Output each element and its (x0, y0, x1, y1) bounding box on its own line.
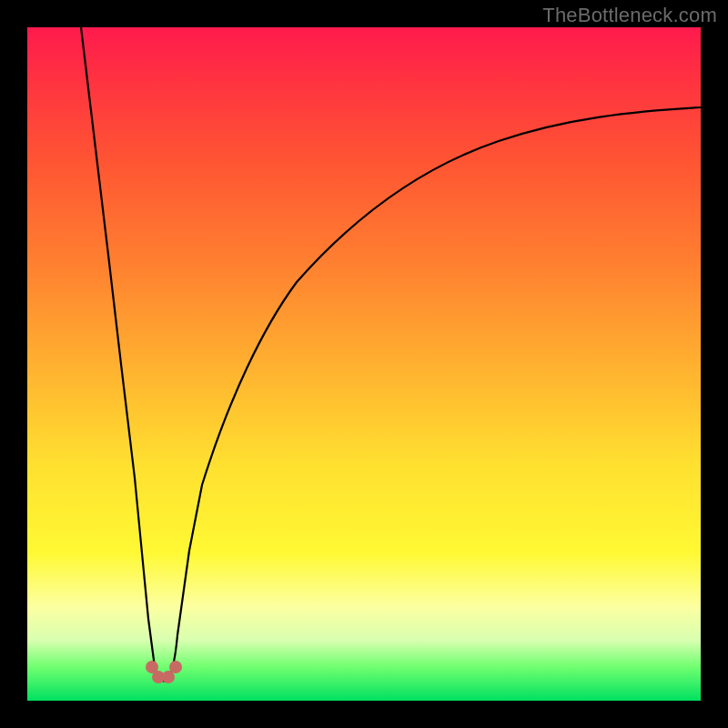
curve-marker-dot (169, 661, 182, 673)
curve-layer (27, 27, 701, 701)
plot-area (27, 27, 701, 701)
watermark-text: TheBottleneck.com (542, 4, 717, 27)
chart-frame: TheBottleneck.com (0, 0, 728, 728)
bottleneck-curve (81, 27, 701, 681)
